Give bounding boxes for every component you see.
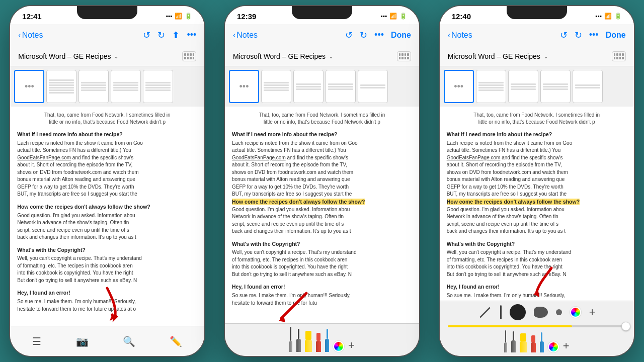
phone-2: 12:39 ▪▪▪ 📶 🔋 ‹ Notes ↺ ↻ ••• Done Micro… [224, 5, 420, 357]
more-icon-2[interactable]: ••• [374, 30, 384, 40]
nav-bar-1: ‹ Notes ↺ ↻ ⬆ ••• [10, 24, 204, 46]
blob-tool[interactable] [534, 307, 548, 318]
thumb-2c[interactable] [476, 70, 506, 103]
thumb-5c[interactable] [573, 70, 603, 103]
dot-tool[interactable] [556, 309, 562, 315]
back-button-2[interactable]: ‹ Notes [233, 31, 258, 40]
pen-tools-row-2: + [225, 324, 419, 356]
text-error-1: So sue me. I make them. I'm only human!!… [17, 298, 197, 313]
slider-track-3[interactable] [448, 325, 626, 327]
redo-icon-2[interactable]: ↻ [360, 30, 367, 41]
phone-1: 12:41 ▪▪▪ 📶 🔋 ‹ Notes ↺ ↻ ⬆ ••• Microsof… [9, 5, 205, 357]
add-tool-button-3b[interactable]: + [563, 339, 570, 352]
wifi-icon-3: 📶 [604, 13, 612, 20]
yellow-highlighter-tool-3[interactable] [520, 333, 527, 352]
content-1: That, too, came from Food Network. I som… [10, 107, 204, 328]
add-tool-button-3[interactable]: + [589, 306, 596, 319]
thumb-5b[interactable] [358, 70, 388, 103]
heading-error-2: Hey, I found an error! [232, 283, 412, 291]
thumb-2[interactable] [46, 70, 76, 103]
battery-icon: 🔋 [185, 13, 192, 20]
redo-icon[interactable]: ↻ [157, 30, 165, 41]
more-icon-3[interactable]: ••• [589, 30, 599, 40]
back-label-1: Notes [22, 31, 43, 40]
chevron-left-icon: ‹ [18, 31, 21, 40]
content-2: That, too, came from Food Network. I som… [225, 107, 419, 328]
done-button-3[interactable]: Done [606, 31, 626, 40]
share-icon[interactable]: ⬆ [172, 30, 180, 41]
thumb-4b[interactable] [326, 70, 356, 103]
slider-fill-3 [448, 325, 573, 327]
slider-thumb-3[interactable] [621, 322, 630, 331]
thumb-3[interactable] [78, 70, 109, 103]
eraser-circle-tool[interactable] [510, 304, 526, 320]
thumb-4[interactable] [111, 70, 141, 103]
back-button-3[interactable]: ‹ Notes [448, 31, 472, 40]
doc-header-3: Microsoft Word – GE Recipes ⌄ [440, 46, 634, 66]
pencil-icon[interactable]: ✏️ [170, 335, 182, 347]
signal-icon-3: ▪▪▪ [595, 13, 602, 20]
thumb-2b[interactable] [261, 70, 291, 103]
regular-pen-tool-3[interactable] [511, 331, 516, 352]
camera-icon[interactable]: 📷 [76, 335, 89, 347]
heading-recipe-follow-2: How come the recipes don't always follow… [232, 199, 365, 205]
thin-pen-tool[interactable] [289, 327, 292, 352]
back-label-2: Notes [236, 31, 258, 40]
vertical-pen-tool[interactable] [500, 305, 502, 319]
diagonal-line-tool[interactable] [479, 307, 491, 318]
text-recipe-info-1: Each recipe is noted from the show it ca… [17, 140, 197, 198]
thumb-3b[interactable] [293, 70, 324, 103]
thumb-4c[interactable] [540, 70, 571, 103]
thumb-dots-3: ••• [454, 81, 463, 92]
grid-icon-1[interactable] [182, 51, 196, 61]
yellow-highlighter-tool[interactable] [305, 331, 312, 352]
status-icons-3: ▪▪▪ 📶 🔋 [595, 13, 622, 20]
grid-icon-2[interactable] [397, 51, 411, 61]
heading-recipe-follow-3: How come the recipes don't always follow… [447, 199, 580, 205]
color-wheel-tool-3b[interactable] [548, 341, 559, 352]
pen-tools-row-3: + [440, 329, 634, 356]
text-recipe-info-2: Each recipe is noted from the show it ca… [232, 140, 412, 198]
text-error-2: So sue me. I make them. I'm only human!!… [232, 292, 412, 307]
redo-icon-3[interactable]: ↻ [575, 30, 582, 41]
list-icon[interactable]: ☰ [32, 335, 41, 347]
red-eraser-tool-3[interactable] [531, 335, 536, 352]
thumb-5[interactable] [143, 70, 173, 103]
battery-icon-3: 🔋 [614, 13, 622, 20]
undo-icon-2[interactable]: ↺ [345, 30, 353, 41]
phone-3: 12:40 ▪▪▪ 📶 🔋 ‹ Notes ↺ ↻ ••• Done Micro… [439, 5, 635, 357]
heading-copyright-3: What's with the Copyright? [447, 240, 627, 248]
blue-pen-tool[interactable] [325, 329, 329, 352]
more-icon[interactable]: ••• [187, 30, 196, 40]
blue-pen-tool-3[interactable] [540, 332, 544, 352]
color-wheel-tool-3[interactable] [570, 307, 581, 318]
doc-title-text-3: Microsoft Word – GE Recipes [448, 52, 540, 60]
search-icon[interactable]: 🔍 [123, 335, 135, 347]
back-button-1[interactable]: ‹ Notes [18, 31, 43, 40]
color-wheel-tool[interactable] [333, 341, 344, 352]
nav-actions-2: ↺ ↻ ••• Done [345, 30, 411, 41]
battery-icon-2: 🔋 [399, 13, 407, 20]
doc-chevron-3: ⌄ [543, 53, 548, 60]
done-button-2[interactable]: Done [391, 31, 411, 40]
notch-2 [292, 6, 352, 19]
undo-icon[interactable]: ↺ [143, 30, 150, 41]
thumb-active-1[interactable]: ••• [14, 70, 44, 103]
chevron-left-icon-3: ‹ [448, 31, 450, 40]
thumb-active-2[interactable]: ••• [229, 70, 259, 103]
add-tool-button[interactable]: + [348, 339, 355, 352]
thumb-dots-2: ••• [239, 81, 249, 92]
thumb-active-3[interactable]: ••• [444, 70, 474, 103]
thin-pen-tool-3[interactable] [504, 330, 507, 352]
status-time-1: 12:41 [22, 12, 41, 21]
grid-icon-3[interactable] [612, 51, 626, 61]
red-eraser-tool[interactable] [316, 333, 321, 352]
undo-icon-3[interactable]: ↺ [560, 30, 568, 41]
regular-pen-tool[interactable] [296, 329, 301, 352]
heading-recipe-info-3: What if I need more info about the recip… [447, 131, 627, 139]
slider-row-3 [440, 323, 634, 329]
text-recipe-follow-2: Good question. I'm glad you asked. Infor… [232, 206, 412, 235]
thumb-3c[interactable] [508, 70, 538, 103]
heading-error-3: Hey, I found an error! [447, 283, 627, 291]
text-recipe-follow-1: Good question. I'm glad you asked. Infor… [17, 212, 197, 241]
